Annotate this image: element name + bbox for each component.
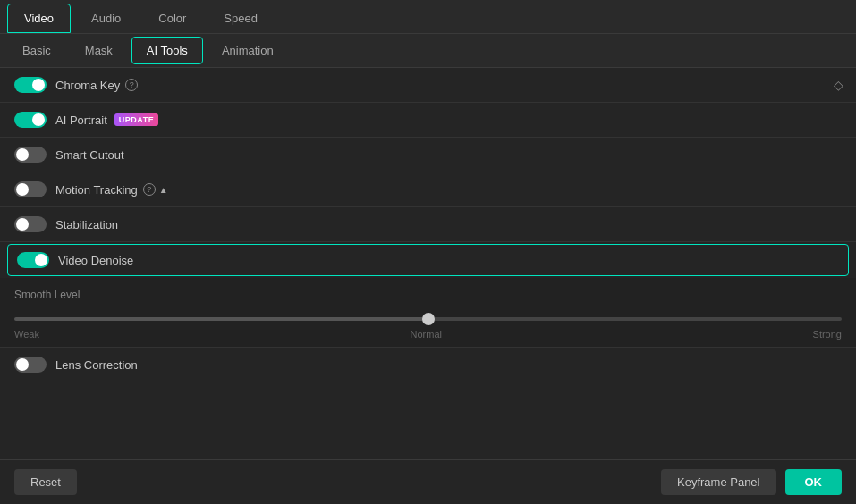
stabilization-row: Stabilization xyxy=(0,207,856,242)
tab-mask[interactable]: Mask xyxy=(70,37,128,64)
tab-color[interactable]: Color xyxy=(141,4,203,33)
chroma-key-help-icon[interactable]: ? xyxy=(125,79,138,91)
ai-portrait-badge: UPDATE xyxy=(114,113,158,126)
keyframe-panel-button[interactable]: Keyframe Panel xyxy=(661,469,776,495)
content-area: Chroma Key ? ◇ AI Portrait UPDATE Smart … xyxy=(0,68,856,459)
smart-cutout-toggle[interactable] xyxy=(14,147,47,163)
stabilization-toggle[interactable] xyxy=(14,216,47,232)
smooth-slider-container xyxy=(14,310,842,323)
chroma-key-label: Chroma Key xyxy=(55,79,120,92)
sub-tab-bar: Basic Mask AI Tools Animation xyxy=(0,34,856,68)
slider-label-strong: Strong xyxy=(813,329,842,340)
tab-ai-tools[interactable]: AI Tools xyxy=(131,37,203,64)
smooth-slider[interactable] xyxy=(14,317,842,321)
chroma-key-diamond-icon[interactable]: ◇ xyxy=(834,78,843,92)
slider-label-weak: Weak xyxy=(14,329,39,340)
video-denoise-label: Video Denoise xyxy=(58,254,133,267)
motion-tracking-toggle[interactable] xyxy=(14,181,47,197)
motion-tracking-help-icon[interactable]: ? xyxy=(143,183,156,196)
tab-animation[interactable]: Animation xyxy=(207,37,289,64)
bottom-bar: Reset Keyframe Panel OK xyxy=(0,459,856,504)
top-tab-bar: Video Audio Color Speed xyxy=(0,0,856,34)
video-denoise-row: Video Denoise xyxy=(7,244,849,276)
video-denoise-toggle[interactable] xyxy=(17,252,49,268)
tab-audio[interactable]: Audio xyxy=(74,4,138,33)
motion-tracking-label: Motion Tracking xyxy=(55,183,138,197)
bottom-right-actions: Keyframe Panel OK xyxy=(661,469,842,495)
lens-correction-label: Lens Correction xyxy=(55,358,138,372)
smooth-slider-labels: Weak Normal Strong xyxy=(14,329,842,340)
chroma-key-toggle[interactable] xyxy=(14,77,47,93)
lens-correction-row: Lens Correction xyxy=(0,348,856,382)
chroma-key-row: Chroma Key ? ◇ xyxy=(0,68,856,103)
reset-button[interactable]: Reset xyxy=(14,469,77,495)
tab-video[interactable]: Video xyxy=(7,4,71,33)
ok-button[interactable]: OK xyxy=(785,469,843,495)
motion-tracking-chevron-icon[interactable]: ▲ xyxy=(159,185,168,195)
motion-tracking-row: Motion Tracking ? ▲ xyxy=(0,172,856,207)
smart-cutout-row: Smart Cutout xyxy=(0,138,856,172)
smart-cutout-label: Smart Cutout xyxy=(55,148,124,162)
stabilization-label: Stabilization xyxy=(55,218,118,231)
slider-label-normal: Normal xyxy=(411,329,442,340)
smooth-label: Smooth Level xyxy=(14,289,842,301)
ai-portrait-row: AI Portrait UPDATE xyxy=(0,103,856,138)
ai-portrait-toggle[interactable] xyxy=(14,112,47,128)
tab-basic[interactable]: Basic xyxy=(7,37,66,64)
smooth-section: Smooth Level Weak Normal Strong xyxy=(0,278,856,348)
ai-portrait-label: AI Portrait xyxy=(55,113,107,127)
tab-speed[interactable]: Speed xyxy=(207,4,275,33)
lens-correction-toggle[interactable] xyxy=(14,357,47,373)
main-container: Video Audio Color Speed Basic Mask AI To… xyxy=(0,0,856,504)
